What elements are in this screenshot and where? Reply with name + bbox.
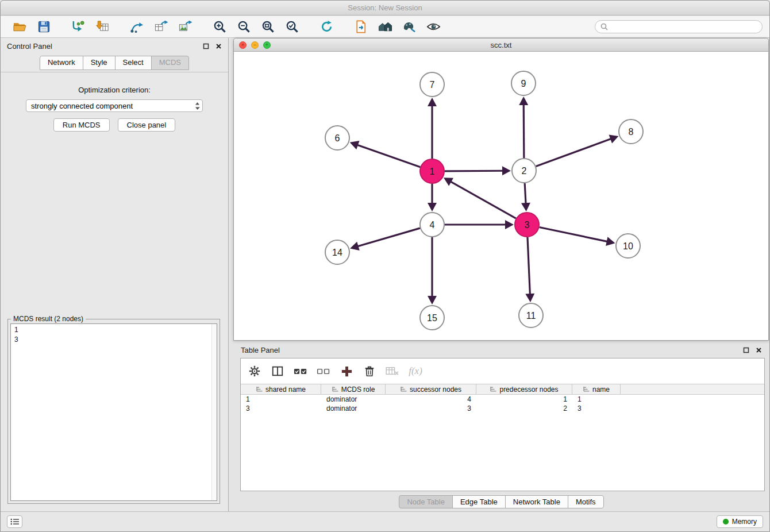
graph-node-9[interactable]: 9 <box>511 71 536 95</box>
graph-edge-1-7[interactable] <box>428 98 437 159</box>
optimization-dropdown[interactable]: strongly connected component <box>26 99 203 112</box>
refresh-icon <box>319 20 334 34</box>
control-panel-tab-mcds[interactable]: MCDS <box>151 56 189 70</box>
column-header-mcds-role[interactable]: MCDS role <box>321 384 386 394</box>
graph-node-label: 1 <box>430 167 435 176</box>
toggle-columns-button[interactable] <box>271 365 284 377</box>
graph-edge-3-10[interactable] <box>540 228 615 246</box>
delete-row-button[interactable] <box>363 365 376 377</box>
graph-node-15[interactable]: 15 <box>420 306 444 330</box>
table-column-headers: shared nameMCDS rolesuccessor nodesprede… <box>241 384 764 395</box>
table-row[interactable]: 1dominator411 <box>241 395 764 404</box>
titlebar[interactable]: Session: New Session <box>1 1 769 16</box>
sort-icon <box>400 386 407 392</box>
graph-edge-4-3[interactable] <box>445 220 514 229</box>
control-panel-tab-select[interactable]: Select <box>115 56 152 70</box>
table-tab-node-table[interactable]: Node Table <box>399 495 453 508</box>
table-export-icon <box>154 20 168 34</box>
graph-edge-1-6[interactable] <box>350 141 421 167</box>
sort-icon <box>490 386 496 392</box>
float-panel-icon[interactable] <box>203 43 209 49</box>
graph-node-7[interactable]: 7 <box>420 72 444 97</box>
graph-node-4[interactable]: 4 <box>420 213 444 237</box>
graph-edge-4-14[interactable] <box>350 228 420 250</box>
dropdown-arrows-icon <box>195 102 200 110</box>
import-network-from-file-button[interactable] <box>68 18 88 36</box>
zoom-fit-button[interactable] <box>258 18 278 36</box>
zoom-in-button[interactable] <box>210 18 229 36</box>
deselect-all-rows-button[interactable] <box>317 367 330 376</box>
column-header-predecessor-nodes[interactable]: predecessor nodes <box>476 384 572 394</box>
search-input[interactable] <box>611 21 757 32</box>
select-all-rows-button[interactable] <box>294 367 307 376</box>
control-panel-tab-network[interactable]: Network <box>40 56 83 70</box>
graph-node-label: 3 <box>525 220 530 230</box>
close-panel-button[interactable]: Close panel <box>118 118 176 132</box>
return-home-button[interactable] <box>375 18 395 36</box>
run-mcds-button[interactable]: Run MCDS <box>53 118 110 132</box>
open-document-button[interactable] <box>351 18 371 36</box>
function-builder-button: f(x) <box>409 365 422 377</box>
graph-node-8[interactable]: 8 <box>619 119 643 144</box>
graph-edge-1-4[interactable] <box>428 184 437 211</box>
show-panels-button[interactable] <box>7 515 22 528</box>
graph-edge-2-9[interactable] <box>519 97 528 158</box>
graph-node-11[interactable]: 11 <box>519 303 543 327</box>
export-image-button[interactable] <box>175 18 195 36</box>
network-window-title: scc.txt <box>491 41 512 49</box>
network-window-titlebar[interactable]: × − + scc.txt <box>234 38 768 52</box>
memory-button[interactable]: Memory <box>717 515 763 528</box>
result-scrollbar[interactable] <box>211 324 217 500</box>
search-box[interactable] <box>595 20 763 33</box>
graph-edge-1-2[interactable] <box>445 166 511 175</box>
zoom-window-button[interactable]: + <box>263 41 271 49</box>
new-network-button[interactable] <box>127 18 147 36</box>
open-session-button[interactable] <box>10 18 29 36</box>
column-header-successor-nodes[interactable]: successor nodes <box>386 384 476 394</box>
graph-node-14[interactable]: 14 <box>325 240 349 264</box>
gear-icon <box>248 365 261 377</box>
graph-edge-2-8[interactable] <box>536 135 619 167</box>
refresh-network-button[interactable] <box>317 18 336 36</box>
graph-node-1[interactable]: 1 <box>420 159 444 183</box>
apply-style-button[interactable] <box>399 18 419 36</box>
graph-node-2[interactable]: 2 <box>512 159 536 183</box>
mcds-result-list[interactable]: 13 <box>10 323 217 501</box>
zoom-selected-button[interactable] <box>282 18 302 36</box>
graph-edge-3-11[interactable] <box>525 237 534 302</box>
close-table-panel-icon[interactable] <box>756 347 762 353</box>
table-settings-button[interactable] <box>248 365 261 377</box>
network-arrows-icon <box>130 20 144 34</box>
close-panel-icon[interactable] <box>215 43 222 49</box>
table-cell: 4 <box>386 395 476 404</box>
save-session-button[interactable] <box>34 18 53 36</box>
graph-edge-2-3[interactable] <box>521 183 530 211</box>
table-tab-network-table[interactable]: Network Table <box>505 495 568 508</box>
graph-node-10[interactable]: 10 <box>616 234 640 258</box>
minimize-window-button[interactable]: − <box>251 41 259 49</box>
table-row[interactable]: 3dominator323 <box>241 404 764 413</box>
graph-node-6[interactable]: 6 <box>325 126 349 150</box>
add-row-button[interactable] <box>340 365 353 378</box>
float-table-panel-icon[interactable] <box>743 347 749 353</box>
column-header-name[interactable]: name <box>572 384 621 394</box>
homes-icon <box>378 20 392 34</box>
column-header-shared-name[interactable]: shared name <box>241 384 321 394</box>
import-table-from-file-button[interactable] <box>93 18 112 36</box>
network-canvas[interactable]: 7968124314101511 <box>234 52 768 340</box>
table-cell: 3 <box>241 404 321 413</box>
graph-edge-3-1[interactable] <box>444 178 516 218</box>
table-tab-edge-table[interactable]: Edge Table <box>452 495 506 508</box>
graph-node-3[interactable]: 3 <box>515 213 539 237</box>
export-table-button[interactable] <box>151 18 171 36</box>
table-tab-motifs[interactable]: Motifs <box>568 495 604 508</box>
zoom-out-button[interactable] <box>234 18 253 36</box>
toolbar-separator <box>114 18 125 36</box>
table-cell: 1 <box>572 395 621 404</box>
graph-edge-4-15[interactable] <box>428 237 437 304</box>
control-panel-tab-style[interactable]: Style <box>83 56 116 70</box>
eye-icon <box>426 20 441 34</box>
close-window-button[interactable]: × <box>239 41 247 49</box>
show-hide-button[interactable] <box>424 18 443 36</box>
application-window: Session: New Session Control Panel Netwo… <box>0 0 770 532</box>
